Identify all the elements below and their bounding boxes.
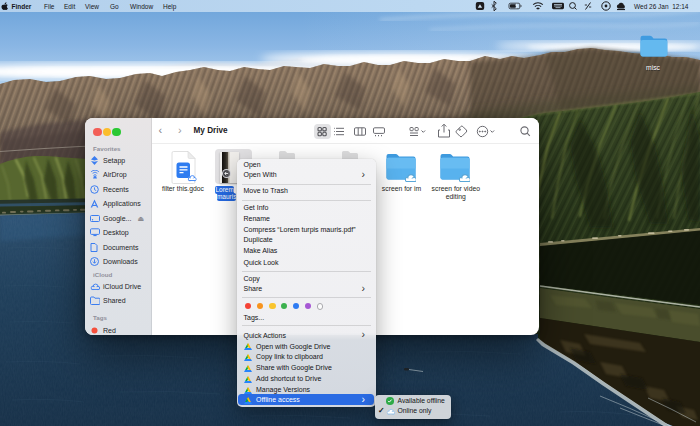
svg-text:misc: misc (646, 64, 661, 71)
